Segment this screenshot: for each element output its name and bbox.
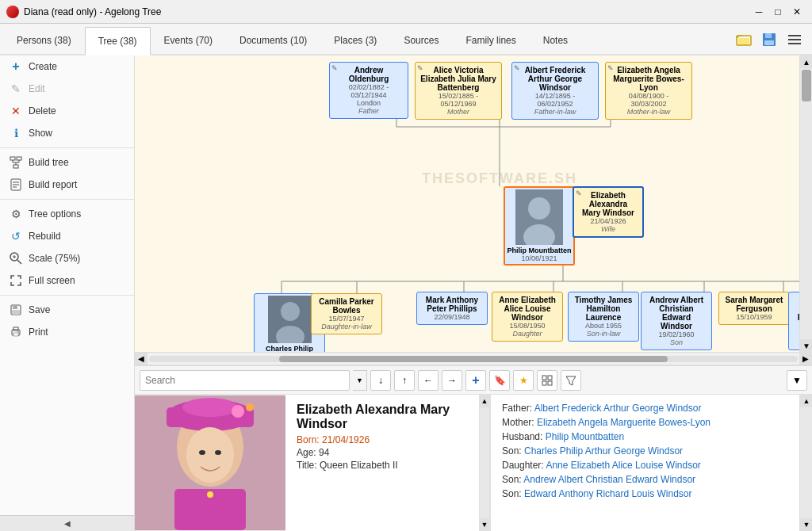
bottom-right-scrollbar[interactable]: ▲ ▼ [799,395,812,531]
sidebar-label-tree-options: Tree options [29,208,81,220]
daughter-link[interactable]: Anne Elizabeth Alice Louise Windsor [546,460,700,471]
card-anne-elizabeth[interactable]: Anne Elizabeth Alice Louise Windsor 15/0… [492,292,563,342]
card-elizabeth-mary[interactable]: ✎ Elizabeth Alexandra Mary Windsor 21/04… [573,186,644,238]
son2-link[interactable]: Andrew Albert Christian Edward Windsor [523,474,695,485]
detail-dropdown-button[interactable]: ▼ [787,370,807,391]
tab-sources[interactable]: Sources [390,25,452,54]
tab-documents[interactable]: Documents (10) [226,25,320,54]
card-timothy-james[interactable]: Timothy James Hamilton Laurence About 19… [568,292,639,342]
card-alice-victoria[interactable]: ✎ Alice Victoria Elizabeth Julia Mary Ba… [415,62,502,120]
vscroll-thumb[interactable] [802,70,811,101]
vscroll-down-button[interactable]: ▼ [800,339,812,352]
sidebar-divider-2 [0,199,134,200]
sidebar-item-tree-options[interactable]: ⚙ Tree options [0,203,134,225]
prev-person-button[interactable]: ↓ [370,370,391,391]
back-button[interactable]: ← [418,370,439,391]
title-value: Queen Elizabeth II [320,460,398,471]
menu-button[interactable] [783,29,806,51]
open-button[interactable] [733,29,755,51]
tree-horizontal-scrollbar[interactable]: ◀ ▶ [135,352,812,365]
sidebar-label-build-tree: Build tree [29,157,69,168]
svg-point-61 [182,398,238,417]
svg-rect-25 [12,310,20,315]
tab-tree[interactable]: Tree (38) [85,27,151,55]
sidebar-item-delete[interactable]: ✕ Delete [0,100,134,122]
tab-persons[interactable]: Persons (38) [3,25,85,54]
sidebar-item-print[interactable]: Print [0,321,134,343]
mother-link[interactable]: Elizabeth Angela Marguerite Bowes-Lyon [537,417,710,428]
card-albert-frederick[interactable]: ✎ Albert Frederick Arthur George Windsor… [511,62,599,120]
hscroll-right-button[interactable]: ▶ [799,353,812,365]
card-andrew-christian[interactable]: Andrew Albert Christian Edward Windsor 1… [641,292,712,350]
card-elizabeth-angela[interactable]: ✎ Elizabeth Angela Marguerite Bowes-Lyon… [605,62,692,120]
svg-rect-1 [738,38,749,44]
close-button[interactable]: ✕ [788,4,806,20]
tree-scroll[interactable]: THESOFTWARE.SH [135,55,812,352]
bottom-panel: ▼ ↓ ↑ ← → + 🔖 ★ ▼ [135,365,812,531]
card-sarah-margaret[interactable]: Sarah Margaret Ferguson 15/10/1959 [718,292,790,325]
son3-link[interactable]: Edward Anthony Richard Louis Windsor [524,488,691,499]
grid-view-button[interactable] [537,370,557,391]
tab-family-lines[interactable]: Family lines [452,25,529,54]
card-camilla[interactable]: Camilla Parker Bowles 15/07/1947 Daughte… [311,293,382,334]
hscroll-left-button[interactable]: ◀ [135,353,147,365]
card-philip-mountbatten[interactable]: Philip Mountbatten 10/06/1921 [504,186,575,266]
forward-button[interactable]: → [442,370,462,391]
svg-point-47 [528,197,550,220]
son1-link[interactable]: Charles Philip Arthur George Windsor [524,445,683,457]
full-screen-icon [10,274,22,287]
sidebar-collapse-button[interactable]: ◀ [0,515,134,531]
search-input[interactable] [140,370,350,391]
sidebar-item-full-screen[interactable]: Full screen [0,269,134,292]
sidebar: + Create ✎ Edit ✕ Delete ℹ Show Build tr… [0,55,135,531]
tree-options-icon: ⚙ [10,208,22,220]
hscroll-thumb[interactable] [279,356,668,362]
sidebar-item-build-tree[interactable]: Build tree [0,151,134,174]
tab-notes[interactable]: Notes [530,25,581,54]
card-andrew-oldenburg[interactable]: ✎ Andrew Oldenburg 02/02/1882 -03/12/194… [329,62,408,119]
add-person-button[interactable]: + [465,370,486,391]
sidebar-item-create[interactable]: + Create [0,55,134,78]
middle-vscroll[interactable]: ▲ ▼ [479,395,490,531]
sidebar-divider-1 [0,147,134,148]
daughter-label: Daughter: [502,460,546,471]
filter-button[interactable] [561,370,581,391]
search-dropdown-button[interactable]: ▼ [353,370,367,391]
sidebar-item-save[interactable]: Save [0,299,134,321]
main-layout: + Create ✎ Edit ✕ Delete ℹ Show Build tr… [0,55,812,531]
search-bar: ▼ ↓ ↑ ← → + 🔖 ★ ▼ [135,366,812,395]
save-top-button[interactable] [758,29,780,51]
minimize-button[interactable]: ─ [750,4,768,20]
build-tree-icon [10,156,22,169]
tab-events[interactable]: Events (70) [151,25,226,54]
card-mark-anthony[interactable]: Mark Anthony Peter Phillips 22/09/1948 [416,292,488,325]
create-icon: + [10,60,22,73]
sidebar-label-full-screen: Full screen [29,275,75,286]
window-title: Diana (read only) - Agelong Tree [24,6,750,17]
father-link[interactable]: Albert Frederick Arthur George Windsor [534,403,702,414]
bottom-vscroll-track[interactable] [800,407,812,518]
mother-label: Mother: [502,417,537,428]
middle-vscroll-down[interactable]: ▼ [480,518,489,531]
bottom-vscroll-down[interactable]: ▼ [800,518,812,531]
next-person-button[interactable]: ↑ [394,370,415,391]
sidebar-item-build-report[interactable]: Build report [0,174,134,196]
sidebar-item-rebuild[interactable]: ↺ Rebuild [0,225,134,247]
sidebar-item-scale[interactable]: Scale (75%) [0,247,134,269]
sidebar-item-show[interactable]: ℹ Show [0,122,134,144]
vscroll-up-button[interactable]: ▲ [800,55,812,68]
detail-born: Born: 21/04/1926 [297,434,468,445]
restore-button[interactable]: □ [769,4,787,20]
svg-point-64 [186,427,234,483]
hscroll-track[interactable] [149,356,798,362]
vscroll-track[interactable] [800,68,812,339]
tab-places[interactable]: Places (3) [320,25,390,54]
bookmark-button[interactable]: 🔖 [489,370,510,391]
tree-area[interactable]: THESOFTWARE.SH [135,55,812,352]
middle-vscroll-up[interactable]: ▲ [480,395,489,407]
tree-vertical-scrollbar[interactable]: ▲ ▼ [799,55,812,352]
bottom-vscroll-up[interactable]: ▲ [800,395,812,407]
husband-link[interactable]: Philip Mountbatten [546,431,624,442]
middle-vscroll-track[interactable] [480,407,489,518]
star-button[interactable]: ★ [513,370,534,391]
